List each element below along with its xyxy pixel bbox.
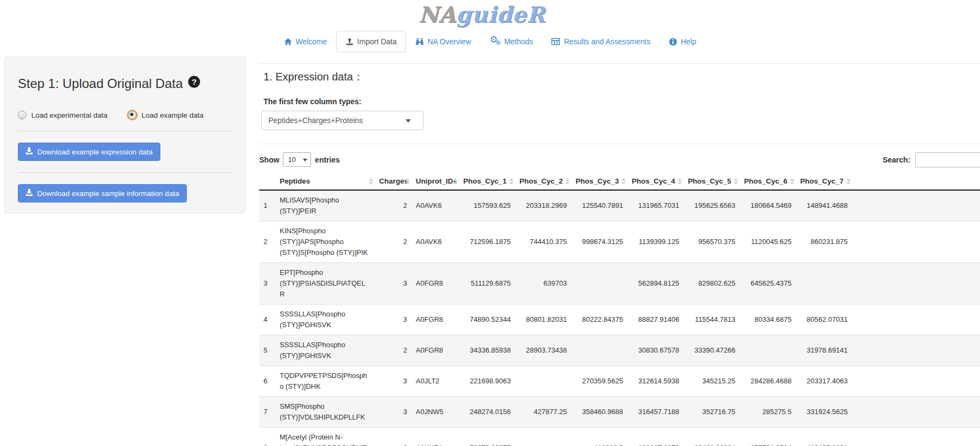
table-row[interactable]: 3EPT[Phospho (STY)]PSIASDISLPIATQELR3A0F… xyxy=(259,263,980,305)
sidebar-divider-2 xyxy=(18,172,232,173)
header-uniprot-ids[interactable]: Uniprot_IDs xyxy=(411,173,459,190)
sort-icon[interactable] xyxy=(621,178,626,185)
table-cell: 639703 xyxy=(515,263,571,305)
table-row[interactable]: 2KINS[Phospho (STY)]APS[Phospho (STY)]S[… xyxy=(259,221,980,263)
load-example-data-radio[interactable] xyxy=(128,111,137,119)
table-cell: 80334.6875 xyxy=(740,305,796,335)
table-cell: 352716.75 xyxy=(684,397,740,428)
sort-icon[interactable] xyxy=(369,178,373,185)
sort-icon[interactable] xyxy=(565,178,570,185)
chevron-down-icon xyxy=(303,159,307,161)
sort-icon[interactable] xyxy=(453,178,457,185)
header-charges[interactable]: Charges xyxy=(375,173,411,190)
table-cell: 221698.9063 xyxy=(459,366,515,397)
search-input[interactable] xyxy=(915,152,980,167)
table-search-control: Search: xyxy=(883,152,980,167)
table-cell: 3 xyxy=(375,263,411,305)
table-cell: 80222.84375 xyxy=(571,305,627,335)
table-cell xyxy=(571,263,627,305)
table-cell: 645625.4375 xyxy=(740,263,796,305)
table-cell: 1139399.125 xyxy=(627,221,684,263)
table-cell: 3 xyxy=(375,397,411,428)
page-length-select[interactable]: 10 xyxy=(283,152,311,167)
table-cell: 2 xyxy=(375,428,411,446)
table-cell: SSSSLLAS[Phospho (STY)]PGHISVK xyxy=(275,335,375,366)
table-cell: 88827.91406 xyxy=(627,305,684,335)
table-cell: 203318.2969 xyxy=(515,190,571,221)
table-cell: A0AVK6 xyxy=(411,190,459,221)
question-circle-icon[interactable]: ? xyxy=(188,76,200,91)
table-cell: 316457.7188 xyxy=(627,397,684,428)
entries-label: entries xyxy=(315,156,340,164)
table-row[interactable]: 6TQDPVPPETPSDS[Phospho (STY)]DHK3A0JLT22… xyxy=(259,366,980,397)
table-cell: 312614.5938 xyxy=(627,366,684,397)
table-row[interactable]: 5SSSSLLAS[Phospho (STY)]PGHISVK2A0FGR834… xyxy=(259,335,980,366)
header-phos-cyc-3[interactable]: Phos_Cyc_3 xyxy=(571,173,627,190)
table-cell: 860231.875 xyxy=(796,221,852,263)
table-cell: 2 xyxy=(375,190,411,221)
table-cell: 195625.6563 xyxy=(684,190,740,221)
table-row[interactable]: 1MLISAVS[Phospho (STY)]PEIR2A0AVK6157593… xyxy=(259,190,980,221)
table-cell: 7 xyxy=(259,397,275,428)
table-cell: 110380.5 xyxy=(571,428,627,446)
table-cell: EPT[Phospho (STY)]PSIASDISLPIATQELR xyxy=(275,263,375,305)
table-row[interactable]: 4SSSSLLAS[Phospho (STY)]PGHISVK3A0FGR874… xyxy=(259,305,980,335)
header-phos-cyc-6[interactable]: Phos_Cyc_6 xyxy=(740,173,796,190)
table-cell: 270359.5625 xyxy=(571,366,627,397)
table-cell: 33390.47266 xyxy=(684,335,740,366)
table-cell: 284286.4688 xyxy=(740,366,796,397)
sort-icon[interactable] xyxy=(734,178,738,185)
table-cell: 562894.8125 xyxy=(627,263,684,305)
upload-panel-title: Step 1: Upload Original Data ? xyxy=(18,76,232,91)
table-cell: 34336.85938 xyxy=(459,335,515,366)
table-cell: A0FGR8 xyxy=(411,263,459,305)
sort-icon[interactable] xyxy=(509,178,513,185)
table-cell: 8 xyxy=(259,428,275,446)
nav-tab-import-data[interactable]: Import Data xyxy=(336,31,406,52)
table-cell: 125540.7891 xyxy=(571,190,627,221)
table-cell: 511129.6875 xyxy=(459,263,515,305)
column-types-select[interactable]: Peptides+Charges+Proteins xyxy=(261,111,423,130)
header-peptides[interactable]: Peptides xyxy=(275,173,375,190)
header-phos-cyc-5[interactable]: Phos_Cyc_5 xyxy=(684,173,740,190)
header-phos-cyc-2[interactable]: Phos_Cyc_2 xyxy=(515,173,571,190)
sort-icon[interactable] xyxy=(846,178,850,185)
table-cell: 113495.2891 xyxy=(796,428,852,446)
nav-tab-welcome[interactable]: Welcome xyxy=(275,31,336,52)
nav-tab-help[interactable]: Help xyxy=(660,31,706,52)
table-cell: 744410.375 xyxy=(515,221,571,263)
nav-tab-methods[interactable]: ⚙⚙Methods xyxy=(481,30,543,52)
load-experimental-data-label[interactable]: Load experimental data xyxy=(31,111,107,119)
table-cell: 2 xyxy=(259,221,275,263)
download-sample-info-button[interactable]: Download example sample information data xyxy=(18,184,187,202)
import-data-tab-content: 1. Expression data： The first few column… xyxy=(259,57,980,446)
page-length-control: Show 10 entries xyxy=(259,152,980,167)
nav-tab-na-overview[interactable]: NA Overview xyxy=(406,31,481,52)
download-expression-data-button[interactable]: Download example expression data xyxy=(18,143,160,161)
table-row[interactable]: 8M[Acetyl (Protein N-term)]NPVYSPGSSGVPY… xyxy=(259,428,980,446)
table-cell xyxy=(852,305,980,335)
table-cell xyxy=(852,263,980,305)
nav-tab-results-and-assessments[interactable]: Results and Assessments xyxy=(542,31,659,52)
app-logo-part1: NA xyxy=(418,2,456,27)
download-expression-data-label: Download example expression data xyxy=(37,148,153,156)
nav-tab-label: Welcome xyxy=(296,37,327,46)
load-experimental-data-radio[interactable] xyxy=(18,111,26,119)
sort-icon[interactable] xyxy=(678,178,682,185)
sort-icon[interactable] xyxy=(405,178,410,185)
expression-data-heading: 1. Expression data： xyxy=(263,70,980,84)
table-cell: 358460.9688 xyxy=(571,397,627,428)
table-cell: 345215.25 xyxy=(684,366,740,397)
load-example-data-label[interactable]: Load example data xyxy=(141,111,204,119)
sort-icon[interactable] xyxy=(790,178,794,185)
table-cell: 30830.67578 xyxy=(627,335,684,366)
table-cell: A1KXE4 xyxy=(411,428,459,446)
table-cell xyxy=(852,397,980,428)
table-row[interactable]: 7SMS[Phospho (STY)]VDLSHIPLKDPLLFK3A0JNW… xyxy=(259,397,980,428)
table-cell: 427877.25 xyxy=(515,397,571,428)
header-phos-cyc-7[interactable]: Phos_Cyc_7 xyxy=(796,173,852,190)
table-cell: 80562.07031 xyxy=(796,305,852,335)
header-phos-cyc-1[interactable]: Phos_Cyc_1 xyxy=(459,173,515,190)
header-phos-cyc-4[interactable]: Phos_Cyc_4 xyxy=(627,173,684,190)
upload-icon xyxy=(346,38,354,45)
